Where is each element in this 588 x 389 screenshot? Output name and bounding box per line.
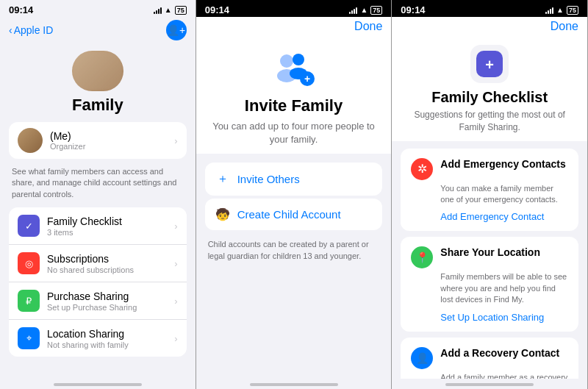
list-item-family-checklist[interactable]: ✓ Family Checklist 3 items › — [9, 207, 187, 245]
emergency-link[interactable]: Add Emergency Contact — [411, 211, 568, 222]
signal-icon-3 — [545, 7, 553, 14]
checklist-card-header-recovery: 👤 Add a Recovery Contact — [411, 346, 568, 369]
status-bar-2: 09:14 ▲ 75 — [196, 0, 392, 17]
checklist-card-header-location: 📍 Share Your Location — [411, 246, 568, 268]
item-title: Subscriptions — [47, 253, 171, 265]
create-child-button[interactable]: 🧒 Create Child Account — [205, 199, 383, 230]
invite-subtitle: You can add up to four more people to yo… — [211, 120, 377, 146]
plus-icon: ＋ — [215, 171, 230, 187]
item-text: Subscriptions No shared subscriptions — [47, 253, 171, 274]
chevron-icon: › — [174, 333, 177, 344]
invite-others-button[interactable]: ＋ Invite Others — [205, 163, 383, 196]
child-icon: 🧒 — [215, 207, 230, 221]
nav-bar-1: ‹ Apple ID 👤+ — [0, 17, 196, 45]
member-role: Organizer — [50, 142, 171, 151]
chevron-icon: › — [174, 296, 177, 307]
wifi-icon-3: ▲ — [556, 6, 564, 14]
item-text: Purchase Sharing Set up Purchase Sharing — [47, 290, 171, 312]
wifi-icon: ▲ — [165, 6, 172, 14]
done-button-2[interactable]: Done — [354, 20, 382, 33]
home-indicator-1 — [54, 383, 142, 386]
done-button-3[interactable]: Done — [551, 20, 578, 33]
invite-family-icon: + — [270, 48, 318, 89]
checklist-card-header-emergency: ✲ Add Emergency Contacts — [411, 157, 568, 180]
emergency-title: Add Emergency Contacts — [440, 157, 565, 171]
invite-header: + Invite Family You can add up to four m… — [196, 38, 392, 154]
checklist-header-icon: + — [470, 45, 509, 83]
checklist-subtitle: Suggestions for getting the most out of … — [406, 109, 573, 134]
checklist-card-recovery: 👤 Add a Recovery Contact Add a family me… — [401, 338, 578, 379]
emergency-icon: ✲ — [411, 158, 433, 180]
member-item[interactable]: (Me) Organizer › — [9, 122, 187, 159]
panel-checklist: 09:14 ▲ 75 Done + Family Checklist Sugge… — [392, 0, 588, 389]
status-icons-1: ▲ 75 — [154, 6, 187, 15]
item-subtitle: Set up Purchase Sharing — [47, 303, 171, 312]
create-child-label: Create Child Account — [237, 208, 341, 221]
invite-footer-text: Child accounts can be created by a paren… — [205, 233, 383, 268]
checklist-card-emergency: ✲ Add Emergency Contacts You can make a … — [401, 149, 578, 232]
invite-content: ＋ Invite Others 🧒 Create Child Account C… — [196, 154, 392, 379]
chevron-icon: › — [174, 221, 177, 232]
home-indicator-2 — [250, 383, 338, 386]
family-options-list: ✓ Family Checklist 3 items › ◎ Subscript… — [9, 207, 187, 357]
item-subtitle: 3 items — [47, 228, 171, 237]
emergency-desc: You can make a family member one of your… — [411, 183, 568, 206]
invite-others-label: Invite Others — [237, 173, 300, 185]
item-text: Location Sharing Not sharing with family — [47, 328, 171, 349]
item-subtitle: No shared subscriptions — [47, 265, 171, 274]
time-3: 09:14 — [401, 4, 425, 15]
checklist-content: ✲ Add Emergency Contacts You can make a … — [392, 141, 587, 379]
purchase-icon: ₽ — [18, 290, 40, 312]
family-header: Family — [0, 45, 196, 122]
signal-icon-2 — [349, 7, 357, 14]
nav-bar-2: Done — [196, 17, 392, 38]
item-title: Location Sharing — [47, 328, 171, 340]
location-link[interactable]: Set Up Location Sharing — [411, 312, 568, 323]
member-info: (Me) Organizer — [50, 130, 171, 151]
battery-icon-2: 75 — [370, 6, 382, 15]
checklist-title: Family Checklist — [431, 89, 548, 106]
back-button[interactable]: ‹ Apple ID — [9, 24, 53, 36]
recovery-icon: 👤 — [411, 347, 433, 369]
svg-text:+: + — [485, 57, 494, 73]
location-icon: ⌖ — [18, 327, 40, 349]
checklist-header: + Family Checklist Suggestions for getti… — [392, 38, 587, 141]
location-desc: Family members will be able to see where… — [411, 271, 568, 305]
recovery-desc: Add a family member as a recovery contac… — [411, 372, 568, 379]
signal-icon — [154, 7, 162, 14]
time-1: 09:14 — [9, 4, 33, 15]
panel-family: 09:14 ▲ 75 ‹ Apple ID 👤+ Family (Me) Org… — [0, 0, 196, 389]
family-content: (Me) Organizer › See what family members… — [0, 122, 196, 379]
person-add-icon[interactable]: 👤+ — [166, 20, 187, 40]
panel-invite: 09:14 ▲ 75 Done + Invite — [196, 0, 392, 389]
member-name: (Me) — [50, 130, 171, 142]
family-avatars-image — [72, 51, 123, 91]
status-icons-2: ▲ 75 — [349, 6, 382, 15]
checklist-icon: ✓ — [18, 215, 40, 237]
family-title: Family — [72, 96, 123, 115]
chevron-icon: › — [174, 258, 177, 269]
status-icons-3: ▲ 75 — [545, 6, 578, 15]
recovery-title: Add a Recovery Contact — [440, 346, 559, 360]
family-info-text: See what family members can access and s… — [9, 166, 187, 207]
list-item-purchase-sharing[interactable]: ₽ Purchase Sharing Set up Purchase Shari… — [9, 282, 187, 320]
chevron-left-icon: ‹ — [9, 24, 12, 36]
battery-icon-3: 75 — [567, 6, 578, 15]
svg-text:+: + — [304, 73, 309, 85]
item-text: Family Checklist 3 items — [47, 215, 171, 237]
status-bar-1: 09:14 ▲ 75 — [0, 0, 196, 17]
invite-title: Invite Family — [245, 96, 343, 115]
list-item-subscriptions[interactable]: ◎ Subscriptions No shared subscriptions … — [9, 245, 187, 282]
home-indicator-3 — [445, 383, 534, 386]
svg-point-0 — [280, 54, 293, 68]
nav-bar-3: Done — [392, 17, 587, 38]
status-bar-3: 09:14 ▲ 75 — [392, 0, 587, 17]
chevron-icon: › — [174, 135, 177, 146]
time-2: 09:14 — [205, 4, 229, 15]
checklist-card-location: 📍 Share Your Location Family members wil… — [401, 237, 578, 331]
list-item-location-sharing[interactable]: ⌖ Location Sharing Not sharing with fami… — [9, 320, 187, 357]
item-subtitle: Not sharing with family — [47, 340, 171, 349]
item-title: Family Checklist — [47, 215, 171, 227]
nav-back-label: Apple ID — [14, 24, 54, 36]
battery-icon: 75 — [175, 6, 187, 15]
